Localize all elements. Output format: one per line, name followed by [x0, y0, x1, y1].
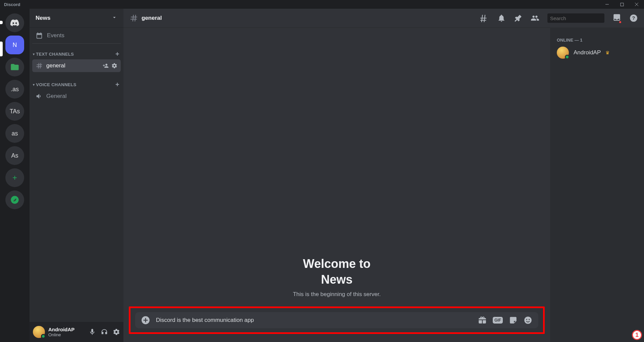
home-pill	[0, 21, 3, 24]
category-label: TEXT CHANNELS	[36, 52, 74, 57]
server-button-1[interactable]: TAs	[5, 102, 24, 121]
member-avatar	[557, 47, 569, 59]
main-chat: general ? We	[123, 9, 644, 342]
svg-rect-1	[621, 3, 624, 6]
user-name: AndroidAP	[48, 327, 74, 332]
voice-channel-general[interactable]: General	[32, 90, 121, 103]
compose-highlight: GIF	[129, 306, 545, 334]
settings-icon[interactable]	[113, 328, 120, 336]
message-input[interactable]	[156, 317, 472, 324]
member-name: AndroidAP	[574, 49, 601, 56]
search-input[interactable]	[550, 15, 614, 21]
window-controls	[602, 1, 641, 8]
server-button-0[interactable]: .as	[5, 80, 24, 99]
user-area: AndroidAP Online	[30, 322, 123, 342]
channel-name: General	[46, 93, 66, 100]
discord-logo-icon	[10, 18, 19, 27]
voice-channels-category[interactable]: ▾ VOICE CHANNELS +	[32, 78, 121, 90]
titlebar-brand: Discord	[3, 2, 20, 7]
server-button-news[interactable]: N	[5, 36, 24, 54]
hash-icon	[129, 14, 138, 22]
emoji-icon[interactable]	[524, 316, 532, 325]
search-box[interactable]	[547, 13, 604, 23]
svg-text:?: ?	[632, 15, 635, 21]
chat-header: general ?	[123, 9, 644, 27]
members-online-header: ONLINE — 1	[553, 36, 641, 45]
welcome-line1: Welcome to	[303, 257, 370, 271]
welcome-line2: News	[321, 273, 353, 286]
member-list: ONLINE — 1 AndroidAP ♛	[550, 27, 644, 342]
close-button[interactable]	[632, 1, 641, 8]
channel-panel: News Events ▾ TEXT CHANNELS + general	[30, 9, 123, 342]
owner-crown-icon: ♛	[605, 50, 610, 55]
sticker-icon[interactable]	[509, 316, 518, 325]
events-row[interactable]: Events	[32, 27, 121, 44]
hash-icon	[36, 62, 43, 69]
category-label: VOICE CHANNELS	[36, 82, 76, 87]
svg-point-11	[529, 319, 530, 320]
gear-icon[interactable]	[111, 63, 117, 69]
channel-name: general	[46, 62, 65, 69]
server-rail: N .as TAs as As +	[0, 9, 30, 342]
chevron-down-icon: ▾	[33, 83, 35, 87]
mute-icon[interactable]	[89, 328, 96, 336]
user-avatar[interactable]	[33, 326, 45, 338]
status-online-icon	[41, 334, 46, 339]
messages-area: Welcome to News This is the beginning of…	[123, 27, 550, 342]
titlebar: Discord	[0, 0, 644, 9]
threads-icon[interactable]	[480, 14, 489, 22]
chat-channel-name: general	[142, 15, 162, 21]
add-channel-button[interactable]: +	[115, 81, 119, 89]
add-channel-button[interactable]: +	[115, 50, 119, 58]
help-icon[interactable]: ?	[629, 14, 638, 22]
deafen-icon[interactable]	[101, 328, 108, 336]
home-button[interactable]	[5, 13, 24, 32]
welcome-subtitle: This is the beginning of this server.	[130, 291, 543, 298]
status-online-icon	[565, 55, 570, 59]
folder-icon	[10, 62, 19, 72]
server-header[interactable]: News	[30, 9, 123, 27]
svg-point-9	[524, 317, 532, 324]
notification-badge[interactable]: 1	[632, 330, 642, 340]
svg-point-5	[14, 199, 15, 200]
gif-button[interactable]: GIF	[493, 317, 503, 324]
chevron-down-icon	[111, 14, 117, 22]
active-server-pill	[0, 42, 3, 56]
calendar-icon	[36, 32, 43, 39]
gift-icon[interactable]	[478, 316, 487, 325]
pinned-icon[interactable]	[514, 14, 523, 22]
compose-bar: GIF	[135, 312, 538, 328]
text-channel-general[interactable]: general	[32, 59, 121, 72]
attach-icon[interactable]	[141, 316, 150, 325]
user-status: Online	[48, 332, 74, 337]
speaker-icon	[36, 93, 43, 100]
explore-servers-button[interactable]	[5, 190, 24, 209]
events-label: Events	[47, 32, 64, 39]
svg-point-10	[526, 319, 527, 320]
minimize-button[interactable]	[602, 1, 612, 8]
member-list-icon[interactable]	[531, 14, 539, 22]
welcome-block: Welcome to News This is the beginning of…	[130, 256, 543, 298]
create-invite-icon[interactable]	[103, 63, 109, 69]
text-channels-category[interactable]: ▾ TEXT CHANNELS +	[32, 48, 121, 59]
server-folder[interactable]	[5, 58, 24, 76]
server-name: News	[36, 15, 50, 21]
maximize-button[interactable]	[617, 1, 627, 8]
notification-dot-icon	[619, 20, 622, 24]
server-button-3[interactable]: As	[5, 146, 24, 165]
add-server-button[interactable]: +	[5, 168, 24, 187]
inbox-button[interactable]	[612, 13, 621, 23]
compass-icon	[10, 195, 19, 205]
server-button-2[interactable]: as	[5, 124, 24, 143]
chevron-down-icon: ▾	[33, 52, 35, 56]
member-item[interactable]: AndroidAP ♛	[553, 45, 641, 61]
notifications-icon[interactable]	[497, 14, 506, 22]
